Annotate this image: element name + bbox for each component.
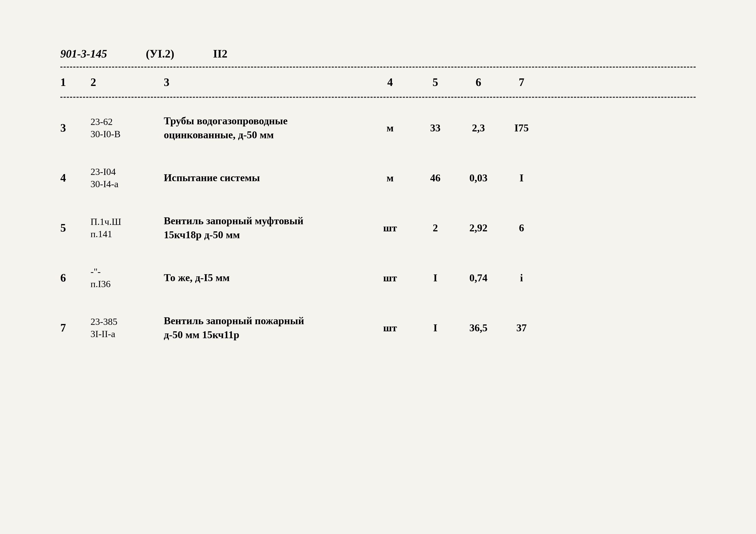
row-qty-4: 46 [414, 172, 457, 184]
row-num-4: 4 [60, 171, 86, 184]
row-code-line2-4: 30-I4-а [91, 178, 155, 190]
row-desc-6: То же, д-I5 мм [155, 271, 366, 285]
section-code: (УI.2) [146, 47, 174, 60]
column-headers: 1 2 3 4 5 6 7 [60, 71, 696, 93]
row-code-line2-6: п.I36 [91, 278, 155, 290]
table-row: 3 23-62 30-I0-В Трубы водогазопроводныео… [60, 102, 696, 154]
row-code-line2-7: 3I-II-а [91, 328, 155, 340]
row-unit-4: м [366, 172, 414, 184]
col-header-6: 6 [457, 76, 500, 89]
col-header-4: 4 [366, 76, 414, 89]
row-code-line1-7: 23-385 [91, 316, 155, 328]
row-code-6: -"- п.I36 [86, 266, 155, 290]
row-code-line1-3: 23-62 [91, 116, 155, 128]
row-unit-7: шт [366, 322, 414, 334]
row-desc-7: Вентиль запорный пожарныйд-50 мм 15кч11р [155, 314, 366, 342]
row-qty-5: 2 [414, 222, 457, 234]
row-code-line1-6: -"- [91, 266, 155, 278]
row-code-3: 23-62 30-I0-В [86, 116, 155, 140]
table-row: 4 23-I04 30-I4-а Испытание системы м 46 … [60, 154, 696, 202]
row-qty-7: I [414, 322, 457, 334]
row-unit-3: м [366, 122, 414, 134]
row-code-7: 23-385 3I-II-а [86, 316, 155, 340]
row-qty-6: I [414, 272, 457, 284]
row-num-6: 6 [60, 271, 86, 284]
row-code-line2-3: 30-I0-В [91, 128, 155, 140]
doc-number: 901-3-145 [60, 47, 107, 60]
row-num-5: 5 [60, 221, 86, 234]
row-total-6: i [500, 272, 543, 284]
row-total-5: 6 [500, 222, 543, 234]
row-code-line1-5: П.1ч.Ш [91, 216, 155, 228]
col-header-2: 2 [86, 76, 155, 89]
row-unit-5: шт [366, 222, 414, 234]
col-header-1: 1 [60, 76, 86, 89]
row-total-7: 37 [500, 322, 543, 334]
row-desc-5: Вентиль запорный муфтовый15кч18р д-50 мм [155, 214, 366, 242]
row-num-7: 7 [60, 321, 86, 334]
top-dashed-line [60, 66, 696, 68]
row-mass-6: 0,74 [457, 272, 500, 284]
row-total-4: I [500, 172, 543, 184]
row-desc-3: Трубы водогазопроводныеоцинкованные, д-5… [155, 114, 366, 142]
col-header-7: 7 [500, 76, 543, 89]
table-row: 7 23-385 3I-II-а Вентиль запорный пожарн… [60, 302, 696, 354]
col-header-5: 5 [414, 76, 457, 89]
page-number: II2 [213, 47, 228, 60]
row-num-3: 3 [60, 121, 86, 134]
table-row: 6 -"- п.I36 То же, д-I5 мм шт I 0,74 i [60, 254, 696, 302]
row-mass-5: 2,92 [457, 222, 500, 234]
row-mass-4: 0,03 [457, 172, 500, 184]
header-bottom-dashed-line [60, 97, 696, 98]
row-code-4: 23-I04 30-I4-а [86, 165, 155, 190]
table-row: 5 П.1ч.Ш п.141 Вентиль запорный муфтовый… [60, 202, 696, 254]
row-code-5: П.1ч.Ш п.141 [86, 216, 155, 240]
row-desc-4: Испытание системы [155, 171, 366, 185]
row-total-3: I75 [500, 122, 543, 134]
col-header-3: 3 [155, 76, 366, 89]
page: 901-3-145 (УI.2) II2 1 2 3 4 5 6 7 3 23-… [0, 0, 756, 534]
row-mass-3: 2,3 [457, 122, 500, 134]
row-code-line1-4: 23-I04 [91, 165, 155, 178]
row-code-line2-5: п.141 [91, 228, 155, 240]
row-qty-3: 33 [414, 122, 457, 134]
row-mass-7: 36,5 [457, 322, 500, 334]
header-row: 901-3-145 (УI.2) II2 [60, 47, 696, 60]
table-body: 3 23-62 30-I0-В Трубы водогазопроводныео… [60, 102, 696, 354]
row-unit-6: шт [366, 272, 414, 284]
